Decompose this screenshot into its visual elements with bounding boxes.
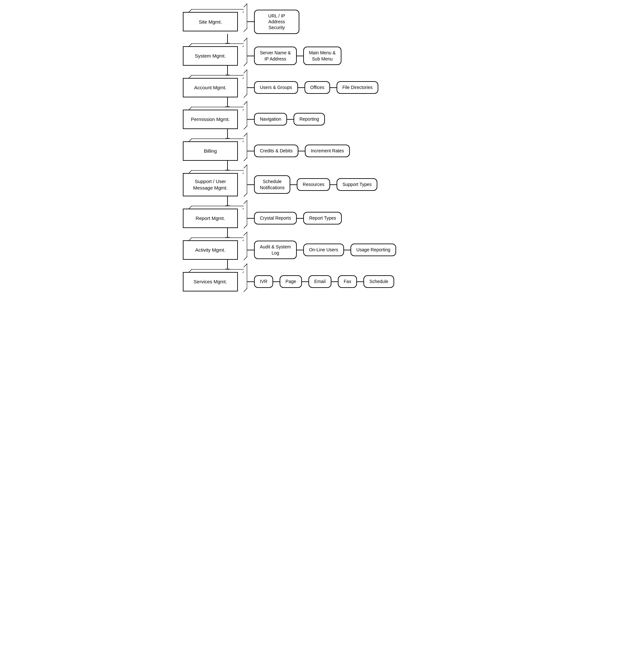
row-site-mgmt: Site Mgmt.URL / IP AddressSecurity [176,10,299,34]
box-right-report-mgmt [244,200,247,229]
node-block-account-mgmt: Account Mgmt.Users & GroupsOfficesFile D… [176,78,378,110]
h-connector-online-users [297,250,303,250]
box-wrapper-system-mgmt: System Mgmt. [176,46,244,66]
pill-support-types: Support Types [337,178,377,191]
pills-group-account-mgmt: Users & GroupsOfficesFile Directories [254,81,378,93]
pill-audit-log: Audit & SystemLog [254,241,297,259]
box-front-report-mgmt: Report Mgmt. [183,209,238,228]
node-block-permission-mgmt: Permission Mgmt.NavigationReporting [176,110,325,141]
h-connector-usage-reporting [344,250,351,250]
v-line-billing [227,161,228,170]
pill-page: Page [279,275,302,287]
node-block-site-mgmt: Site Mgmt.URL / IP AddressSecurity [176,10,299,46]
v-line-account-mgmt [227,98,228,106]
box-right-billing [244,133,247,161]
box-wrapper-support-mgmt: Support / UserMessage Mgmt. [176,173,244,196]
node-block-services-mgmt: Services Mgmt.IVRPageEmailFaxSchedule [176,272,394,292]
pill-online-users: On-Line Users [303,244,344,256]
pill-crystal-reports: Crystal Reports [254,212,297,224]
pills-group-activity-mgmt: Audit & SystemLogOn-Line UsersUsage Repo… [254,241,396,259]
diagram: Site Mgmt.URL / IP AddressSecuritySystem… [176,10,468,292]
pills-group-billing: Credits & DebitsIncrement Rates [254,145,350,157]
box-front-account-mgmt: Account Mgmt. [183,78,238,98]
node-block-activity-mgmt: Activity Mgmt.Audit & SystemLogOn-Line U… [176,240,396,272]
row-billing: BillingCredits & DebitsIncrement Rates [176,141,350,161]
3d-box-activity-mgmt: Activity Mgmt. [183,240,244,260]
pill-url-ip: URL / IP AddressSecurity [254,10,299,34]
h-connector-reporting [287,119,293,120]
v-line-system-mgmt [227,66,228,75]
box-right-support-mgmt [244,164,247,197]
box-right-system-mgmt [244,37,247,66]
pills-group-site-mgmt: URL / IP AddressSecurity [254,10,299,34]
3d-box-site-mgmt: Site Mgmt. [183,12,244,31]
pill-resources: Resources [297,178,330,191]
box-right-services-mgmt [244,263,247,292]
pill-ivr: IVR [254,275,273,287]
row-activity-mgmt: Activity Mgmt.Audit & SystemLogOn-Line U… [176,240,396,260]
row-support-mgmt: Support / UserMessage Mgmt.ScheduleNotif… [176,173,377,196]
box-wrapper-activity-mgmt: Activity Mgmt. [176,240,244,260]
row-system-mgmt: System Mgmt.Server Name &IP AddressMain … [176,46,341,66]
pills-group-system-mgmt: Server Name &IP AddressMain Menu &Sub Me… [254,47,341,65]
box-wrapper-site-mgmt: Site Mgmt. [176,12,244,31]
node-block-support-mgmt: Support / UserMessage Mgmt.ScheduleNotif… [176,173,377,209]
box-wrapper-services-mgmt: Services Mgmt. [176,272,244,292]
pill-credits-debits: Credits & Debits [254,145,299,157]
pill-schedule-notif: ScheduleNotifications [254,175,290,193]
box-right-site-mgmt [244,3,247,32]
row-services-mgmt: Services Mgmt.IVRPageEmailFaxSchedule [176,272,394,292]
box-front-support-mgmt: Support / UserMessage Mgmt. [183,173,238,196]
v-line-report-mgmt [227,228,228,237]
pill-users-groups: Users & Groups [254,81,298,93]
pills-group-support-mgmt: ScheduleNotificationsResourcesSupport Ty… [254,175,377,193]
pill-increment-rates: Increment Rates [305,145,350,157]
pill-reporting: Reporting [293,113,325,125]
box-front-system-mgmt: System Mgmt. [183,46,238,66]
pill-navigation: Navigation [254,113,287,125]
pills-group-services-mgmt: IVRPageEmailFaxSchedule [254,275,394,287]
pills-group-permission-mgmt: NavigationReporting [254,113,325,125]
v-line-activity-mgmt [227,260,228,269]
v-line-site-mgmt [227,34,228,43]
3d-box-account-mgmt: Account Mgmt. [183,78,244,98]
h-connector-file-dirs [330,87,337,88]
pill-email: Email [308,275,332,287]
3d-box-report-mgmt: Report Mgmt. [183,209,244,228]
pills-group-report-mgmt: Crystal ReportsReport Types [254,212,342,224]
pill-schedule: Schedule [363,275,394,287]
h-connector-report-types [297,218,303,218]
row-permission-mgmt: Permission Mgmt.NavigationReporting [176,110,325,129]
row-account-mgmt: Account Mgmt.Users & GroupsOfficesFile D… [176,78,378,98]
pill-fax: Fax [338,275,357,287]
h-connector-fax [332,281,338,282]
box-front-billing: Billing [183,141,238,161]
h-connector-main-menu [297,56,303,56]
node-block-report-mgmt: Report Mgmt.Crystal ReportsReport Types [176,209,342,240]
pill-offices: Offices [305,81,330,93]
pill-main-menu: Main Menu &Sub Menu [303,47,341,65]
box-right-permission-mgmt [244,101,247,130]
h-connector-resources [290,185,297,185]
3d-box-support-mgmt: Support / UserMessage Mgmt. [183,173,244,196]
h-connector-page [273,281,279,282]
3d-box-services-mgmt: Services Mgmt. [183,272,244,292]
box-wrapper-account-mgmt: Account Mgmt. [176,78,244,98]
h-connector-increment-rates [299,151,305,151]
h-connector-email [302,281,308,282]
pill-report-types: Report Types [303,212,342,224]
box-right-activity-mgmt [244,232,247,260]
v-line-support-mgmt [227,196,228,205]
box-front-permission-mgmt: Permission Mgmt. [183,110,238,129]
h-connector-support-types [330,185,337,185]
node-block-billing: BillingCredits & DebitsIncrement Rates [176,141,350,173]
3d-box-billing: Billing [183,141,244,161]
v-line-permission-mgmt [227,129,228,138]
box-wrapper-report-mgmt: Report Mgmt. [176,209,244,228]
pill-file-dirs: File Directories [337,81,378,93]
box-right-account-mgmt [244,69,247,98]
pill-server-name: Server Name &IP Address [254,47,297,65]
3d-box-system-mgmt: System Mgmt. [183,46,244,66]
node-block-system-mgmt: System Mgmt.Server Name &IP AddressMain … [176,46,341,78]
box-wrapper-permission-mgmt: Permission Mgmt. [176,110,244,129]
